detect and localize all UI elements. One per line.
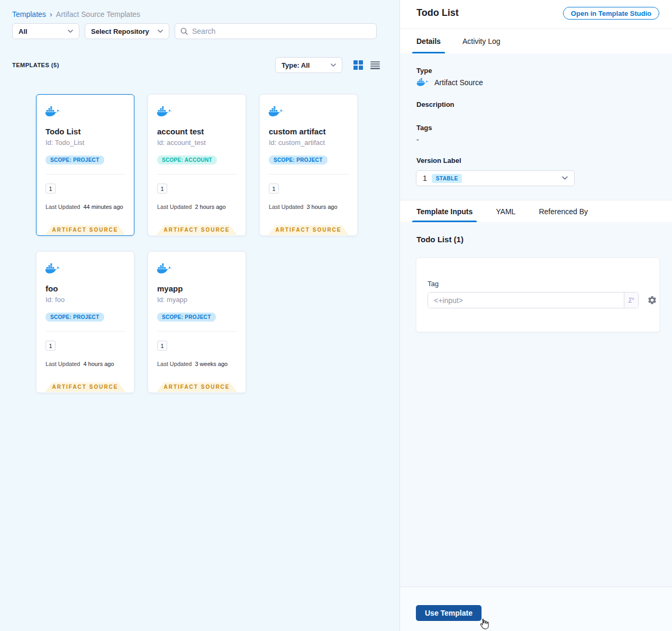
templates-page: Templates › Artifact Source Templates Al…	[0, 0, 672, 631]
last-updated-label: Last Updated	[157, 361, 192, 367]
template-card-myapp[interactable]: myapp Id: myapp SCOPE: PROJECT 1 Last Up…	[148, 251, 246, 393]
tab-activity-log[interactable]: Activity Log	[462, 29, 501, 53]
repository-filter-value: Select Repository	[91, 28, 149, 35]
last-updated: Last Updated 2 hours ago	[157, 204, 226, 210]
template-card-custom-artifact[interactable]: custom artifact Id: custom_artifact SCOP…	[259, 94, 358, 236]
template-id: Id: myapp	[157, 296, 187, 304]
version-label: Version Label	[416, 157, 461, 164]
last-updated-label: Last Updated	[46, 204, 80, 210]
last-updated-label: Last Updated	[157, 204, 192, 210]
breadcrumb-templates-link[interactable]: Templates	[12, 10, 46, 19]
tag-input[interactable]	[428, 292, 624, 308]
version-count-badge: 1	[157, 184, 167, 194]
template-list-section: Templates › Artifact Source Templates Al…	[0, 0, 399, 631]
filter-row: All Select Repository	[12, 23, 377, 39]
list-view-icon[interactable]	[370, 61, 380, 69]
scope-badge: SCOPE: ACCOUNT	[157, 156, 217, 164]
breadcrumb-separator-icon: ›	[50, 10, 52, 19]
card-divider	[46, 174, 125, 175]
description-label: Description	[416, 100, 455, 108]
tab-yaml[interactable]: YAML	[496, 200, 515, 222]
open-in-template-studio-button[interactable]: Open in Template Studio	[563, 7, 659, 20]
panel-footer: Use Template	[400, 587, 672, 631]
artifact-source-ribbon: ARTIFACT SOURCE	[157, 382, 237, 392]
template-card-foo[interactable]: foo Id: foo SCOPE: PROJECT 1 Last Update…	[36, 251, 134, 393]
card-divider	[157, 331, 237, 332]
tab-details[interactable]: Details	[416, 29, 441, 53]
scope-badge: SCOPE: PROJECT	[46, 313, 104, 322]
version-count-badge: 1	[46, 341, 56, 351]
templates-count-label: TEMPLATES (5)	[12, 62, 59, 68]
type-filter-select[interactable]: Type: All	[275, 57, 342, 73]
last-updated-value: 3 weeks ago	[195, 361, 228, 367]
card-divider	[46, 331, 125, 332]
tab-referenced-by[interactable]: Referenced By	[539, 200, 588, 222]
template-inputs-section: Todo List (1) Tag Σx	[400, 223, 672, 587]
artifact-source-ribbon: ARTIFACT SOURCE	[45, 225, 125, 235]
template-id: Id: account_test	[157, 139, 206, 147]
version-value: 1	[423, 174, 427, 182]
repository-filter-select[interactable]: Select Repository	[85, 23, 169, 39]
view-toggles	[353, 60, 380, 70]
docker-icon	[45, 106, 61, 117]
last-updated: Last Updated 3 weeks ago	[157, 361, 228, 367]
docker-icon	[268, 106, 284, 117]
template-name: Todo List	[46, 127, 80, 136]
panel-header: Todo List Open in Template Studio	[400, 0, 672, 29]
template-details-panel: Todo List Open in Template Studio Detail…	[399, 0, 672, 631]
scope-filter-value: All	[19, 28, 28, 35]
breadcrumb-current: Artifact Source Templates	[56, 10, 140, 19]
scope-badge: SCOPE: PROJECT	[269, 156, 328, 164]
last-updated: Last Updated 44 minutes ago	[46, 204, 123, 210]
version-count-badge: 1	[157, 341, 167, 351]
template-card-todo-list[interactable]: Todo List Id: Todo_List SCOPE: PROJECT 1…	[36, 94, 134, 236]
version-count-badge: 1	[269, 184, 279, 194]
template-id: Id: custom_artifact	[269, 139, 325, 147]
grid-view-icon[interactable]	[353, 60, 363, 70]
tab-template-inputs[interactable]: Template Inputs	[416, 200, 473, 222]
input-type-selector-button[interactable]: Σx	[624, 292, 638, 308]
type-value-row: Artifact Source	[416, 78, 483, 87]
card-divider	[269, 174, 348, 175]
artifact-source-ribbon: ARTIFACT SOURCE	[157, 225, 237, 235]
search-box	[175, 23, 377, 39]
last-updated-label: Last Updated	[46, 361, 80, 367]
type-value: Artifact Source	[434, 78, 483, 87]
breadcrumb: Templates › Artifact Source Templates	[12, 10, 140, 19]
version-count-badge: 1	[46, 184, 56, 194]
search-input[interactable]	[192, 27, 371, 35]
card-divider	[157, 174, 237, 175]
gear-icon[interactable]	[647, 295, 657, 305]
template-name: account test	[157, 127, 204, 136]
inner-tabs: Template Inputs YAML Referenced By	[400, 200, 672, 223]
template-card-account-test[interactable]: account test Id: account_test SCOPE: ACC…	[148, 94, 246, 236]
artifact-source-ribbon: ARTIFACT SOURCE	[268, 225, 349, 235]
scope-filter-select[interactable]: All	[12, 23, 79, 39]
scope-badge: SCOPE: PROJECT	[157, 313, 216, 322]
chevron-down-icon	[562, 176, 568, 180]
version-select[interactable]: 1 STABLE	[416, 170, 575, 186]
use-template-button[interactable]: Use Template	[416, 605, 482, 621]
last-updated-label: Last Updated	[269, 204, 303, 210]
tags-label: Tags	[416, 124, 432, 132]
docker-icon	[157, 106, 172, 117]
type-label: Type	[416, 67, 432, 75]
docker-icon	[157, 263, 172, 274]
search-icon	[180, 28, 188, 35]
template-id: Id: foo	[46, 296, 65, 304]
tag-label: Tag	[428, 280, 439, 288]
inputs-card: Tag Σx	[416, 258, 660, 332]
last-updated-value: 44 minutes ago	[83, 204, 123, 210]
template-id: Id: Todo_List	[46, 139, 84, 147]
details-section: Type Artifact Source Description Tags - …	[400, 53, 672, 200]
last-updated-value: 2 hours ago	[195, 204, 225, 210]
docker-icon	[45, 263, 61, 274]
tag-input-group: Σx	[428, 292, 639, 308]
template-name: custom artifact	[269, 127, 326, 136]
last-updated: Last Updated 3 hours ago	[269, 204, 338, 210]
chevron-down-icon	[68, 30, 73, 33]
tags-value: -	[416, 135, 419, 144]
last-updated: Last Updated 4 hours ago	[46, 361, 114, 367]
last-updated-value: 3 hours ago	[306, 204, 337, 210]
chevron-down-icon	[158, 30, 163, 33]
